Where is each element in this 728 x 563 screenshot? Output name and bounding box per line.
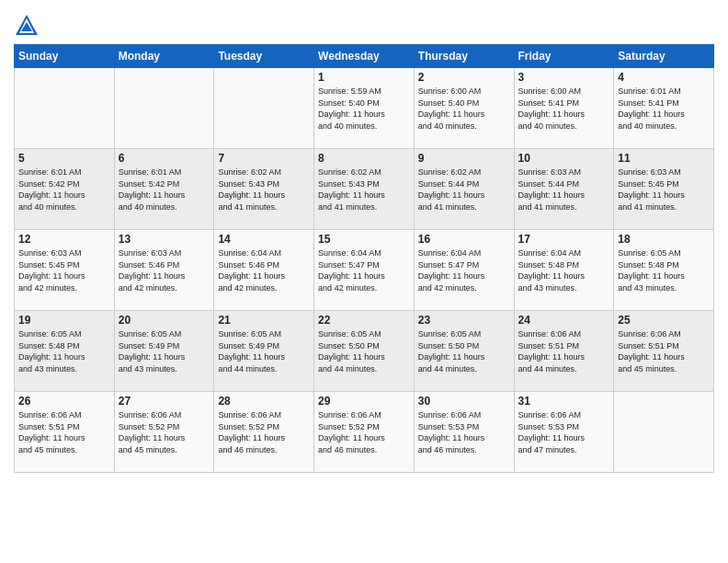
day-number: 15 xyxy=(318,233,410,246)
calendar-cell: 14Sunrise: 6:04 AM Sunset: 5:46 PM Dayli… xyxy=(214,230,314,311)
calendar-cell: 21Sunrise: 6:05 AM Sunset: 5:49 PM Dayli… xyxy=(214,311,314,392)
cell-info: Sunrise: 6:06 AM Sunset: 5:51 PM Dayligh… xyxy=(18,409,110,455)
calendar-cell: 4Sunrise: 6:01 AM Sunset: 5:41 PM Daylig… xyxy=(614,68,714,149)
calendar-cell: 18Sunrise: 6:05 AM Sunset: 5:48 PM Dayli… xyxy=(614,230,714,311)
calendar-cell: 17Sunrise: 6:04 AM Sunset: 5:48 PM Dayli… xyxy=(514,230,614,311)
cell-info: Sunrise: 6:06 AM Sunset: 5:52 PM Dayligh… xyxy=(218,409,310,455)
day-number: 9 xyxy=(418,152,510,165)
cell-info: Sunrise: 6:04 AM Sunset: 5:47 PM Dayligh… xyxy=(418,247,510,293)
calendar-cell: 19Sunrise: 6:05 AM Sunset: 5:48 PM Dayli… xyxy=(15,311,115,392)
cell-info: Sunrise: 6:05 AM Sunset: 5:49 PM Dayligh… xyxy=(218,328,310,374)
cell-info: Sunrise: 6:05 AM Sunset: 5:48 PM Dayligh… xyxy=(618,247,710,293)
day-number: 27 xyxy=(119,395,210,408)
week-row-4: 19Sunrise: 6:05 AM Sunset: 5:48 PM Dayli… xyxy=(15,311,714,392)
calendar-cell: 30Sunrise: 6:06 AM Sunset: 5:53 PM Dayli… xyxy=(414,392,514,473)
day-number: 23 xyxy=(418,314,510,327)
cell-info: Sunrise: 6:06 AM Sunset: 5:52 PM Dayligh… xyxy=(318,409,410,455)
cell-info: Sunrise: 6:02 AM Sunset: 5:44 PM Dayligh… xyxy=(418,167,510,213)
day-number: 10 xyxy=(518,152,610,165)
calendar-cell: 29Sunrise: 6:06 AM Sunset: 5:52 PM Dayli… xyxy=(314,392,415,473)
cell-info: Sunrise: 6:05 AM Sunset: 5:50 PM Dayligh… xyxy=(318,328,410,374)
cell-info: Sunrise: 6:03 AM Sunset: 5:45 PM Dayligh… xyxy=(618,167,710,213)
col-header-sunday: Sunday xyxy=(15,45,115,68)
calendar-cell: 10Sunrise: 6:03 AM Sunset: 5:44 PM Dayli… xyxy=(514,149,614,230)
day-number: 31 xyxy=(518,395,610,408)
calendar-cell: 13Sunrise: 6:03 AM Sunset: 5:46 PM Dayli… xyxy=(114,230,214,311)
calendar-cell: 28Sunrise: 6:06 AM Sunset: 5:52 PM Dayli… xyxy=(214,392,314,473)
day-number: 8 xyxy=(318,152,410,165)
calendar-cell: 26Sunrise: 6:06 AM Sunset: 5:51 PM Dayli… xyxy=(15,392,115,473)
day-number: 11 xyxy=(618,152,710,165)
day-number: 5 xyxy=(18,152,110,165)
day-number: 14 xyxy=(218,233,310,246)
day-number: 12 xyxy=(18,233,110,246)
col-header-tuesday: Tuesday xyxy=(214,45,314,68)
calendar-cell: 12Sunrise: 6:03 AM Sunset: 5:45 PM Dayli… xyxy=(15,230,115,311)
calendar-cell: 5Sunrise: 6:01 AM Sunset: 5:42 PM Daylig… xyxy=(15,149,115,230)
cell-info: Sunrise: 6:05 AM Sunset: 5:48 PM Dayligh… xyxy=(18,328,110,374)
week-row-3: 12Sunrise: 6:03 AM Sunset: 5:45 PM Dayli… xyxy=(15,230,714,311)
cell-info: Sunrise: 6:04 AM Sunset: 5:48 PM Dayligh… xyxy=(518,247,610,293)
calendar-cell: 27Sunrise: 6:06 AM Sunset: 5:52 PM Dayli… xyxy=(114,392,214,473)
day-number: 17 xyxy=(518,233,610,246)
cell-info: Sunrise: 5:59 AM Sunset: 5:40 PM Dayligh… xyxy=(318,86,410,132)
col-header-wednesday: Wednesday xyxy=(314,45,415,68)
day-number: 1 xyxy=(318,71,410,84)
calendar-cell: 1Sunrise: 5:59 AM Sunset: 5:40 PM Daylig… xyxy=(314,68,415,149)
calendar-cell: 31Sunrise: 6:06 AM Sunset: 5:53 PM Dayli… xyxy=(514,392,614,473)
calendar-cell: 24Sunrise: 6:06 AM Sunset: 5:51 PM Dayli… xyxy=(514,311,614,392)
col-header-monday: Monday xyxy=(114,45,214,68)
day-number: 3 xyxy=(518,71,610,84)
calendar-cell xyxy=(15,68,115,149)
calendar-cell: 2Sunrise: 6:00 AM Sunset: 5:40 PM Daylig… xyxy=(414,68,514,149)
cell-info: Sunrise: 6:06 AM Sunset: 5:53 PM Dayligh… xyxy=(418,409,510,455)
col-header-saturday: Saturday xyxy=(614,45,714,68)
cell-info: Sunrise: 6:01 AM Sunset: 5:42 PM Dayligh… xyxy=(18,167,110,213)
calendar-cell: 11Sunrise: 6:03 AM Sunset: 5:45 PM Dayli… xyxy=(614,149,714,230)
calendar-cell xyxy=(214,68,314,149)
day-number: 20 xyxy=(119,314,210,327)
cell-info: Sunrise: 6:06 AM Sunset: 5:53 PM Dayligh… xyxy=(518,409,610,455)
day-number: 13 xyxy=(119,233,210,246)
day-number: 28 xyxy=(218,395,310,408)
calendar-cell xyxy=(614,392,714,473)
calendar-table: SundayMondayTuesdayWednesdayThursdayFrid… xyxy=(14,44,714,473)
day-number: 29 xyxy=(318,395,410,408)
day-number: 16 xyxy=(418,233,510,246)
cell-info: Sunrise: 6:06 AM Sunset: 5:51 PM Dayligh… xyxy=(518,328,610,374)
header-row: SundayMondayTuesdayWednesdayThursdayFrid… xyxy=(15,45,714,68)
calendar-cell: 16Sunrise: 6:04 AM Sunset: 5:47 PM Dayli… xyxy=(414,230,514,311)
col-header-thursday: Thursday xyxy=(414,45,514,68)
day-number: 22 xyxy=(318,314,410,327)
cell-info: Sunrise: 6:03 AM Sunset: 5:46 PM Dayligh… xyxy=(119,247,210,293)
day-number: 25 xyxy=(618,314,710,327)
col-header-friday: Friday xyxy=(514,45,614,68)
day-number: 30 xyxy=(418,395,510,408)
cell-info: Sunrise: 6:02 AM Sunset: 5:43 PM Dayligh… xyxy=(218,167,310,213)
cell-info: Sunrise: 6:01 AM Sunset: 5:42 PM Dayligh… xyxy=(119,167,210,213)
calendar-cell: 20Sunrise: 6:05 AM Sunset: 5:49 PM Dayli… xyxy=(114,311,214,392)
logo-icon xyxy=(14,13,40,39)
calendar-cell: 6Sunrise: 6:01 AM Sunset: 5:42 PM Daylig… xyxy=(114,149,214,230)
cell-info: Sunrise: 6:00 AM Sunset: 5:41 PM Dayligh… xyxy=(518,86,610,132)
day-number: 7 xyxy=(218,152,310,165)
day-number: 6 xyxy=(119,152,210,165)
calendar-cell: 23Sunrise: 6:05 AM Sunset: 5:50 PM Dayli… xyxy=(414,311,514,392)
calendar-cell: 7Sunrise: 6:02 AM Sunset: 5:43 PM Daylig… xyxy=(214,149,314,230)
cell-info: Sunrise: 6:06 AM Sunset: 5:51 PM Dayligh… xyxy=(618,328,710,374)
calendar-cell: 15Sunrise: 6:04 AM Sunset: 5:47 PM Dayli… xyxy=(314,230,415,311)
day-number: 21 xyxy=(218,314,310,327)
week-row-5: 26Sunrise: 6:06 AM Sunset: 5:51 PM Dayli… xyxy=(15,392,714,473)
day-number: 4 xyxy=(618,71,710,84)
page-header xyxy=(14,9,714,39)
cell-info: Sunrise: 6:05 AM Sunset: 5:49 PM Dayligh… xyxy=(119,328,210,374)
cell-info: Sunrise: 6:03 AM Sunset: 5:45 PM Dayligh… xyxy=(18,247,110,293)
cell-info: Sunrise: 6:04 AM Sunset: 5:46 PM Dayligh… xyxy=(218,247,310,293)
day-number: 19 xyxy=(18,314,110,327)
cell-info: Sunrise: 6:05 AM Sunset: 5:50 PM Dayligh… xyxy=(418,328,510,374)
calendar-cell: 8Sunrise: 6:02 AM Sunset: 5:43 PM Daylig… xyxy=(314,149,415,230)
cell-info: Sunrise: 6:01 AM Sunset: 5:41 PM Dayligh… xyxy=(618,86,710,132)
day-number: 24 xyxy=(518,314,610,327)
cell-info: Sunrise: 6:06 AM Sunset: 5:52 PM Dayligh… xyxy=(119,409,210,455)
cell-info: Sunrise: 6:04 AM Sunset: 5:47 PM Dayligh… xyxy=(318,247,410,293)
